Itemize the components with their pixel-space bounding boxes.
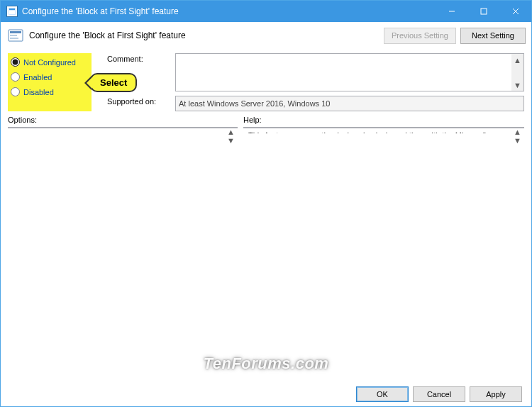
state-radio-group: Not Configured Enabled Disabled Select — [8, 53, 92, 111]
options-content — [9, 128, 225, 133]
comment-input[interactable] — [176, 54, 511, 91]
options-label: Options: — [8, 116, 238, 124]
radio-not-configured-input[interactable] — [11, 57, 20, 67]
radio-label: Enabled — [23, 73, 52, 82]
svg-rect-4 — [481, 9, 487, 14]
svg-rect-8 — [10, 31, 21, 33]
ok-button[interactable]: OK — [356, 386, 409, 402]
help-content: This feature ensures the device checks i… — [244, 128, 511, 133]
window-title: Configure the 'Block at First Sight' fea… — [22, 6, 436, 16]
scroll-down-icon[interactable]: ▼ — [511, 136, 523, 145]
scroll-up-icon[interactable]: ▲ — [511, 128, 523, 136]
cancel-button[interactable]: Cancel — [413, 386, 465, 402]
svg-rect-9 — [10, 35, 17, 36]
header-bar: Configure the 'Block at First Sight' fea… — [1, 22, 531, 49]
comment-box: ▲ ▼ — [175, 53, 524, 91]
close-button[interactable] — [499, 1, 531, 22]
radio-disabled-input[interactable] — [11, 87, 20, 96]
maximize-button[interactable] — [467, 1, 499, 22]
radio-not-configured[interactable]: Not Configured — [11, 57, 89, 67]
radio-enabled-input[interactable] — [11, 72, 20, 82]
lower-panel: Options: ▲ ▼ Help: This feature ensures … — [1, 114, 531, 130]
scrollbar[interactable]: ▲ ▼ — [511, 54, 523, 91]
window-controls — [436, 1, 531, 22]
title-bar: Configure the 'Block at First Sight' fea… — [1, 1, 531, 22]
radio-label: Not Configured — [23, 58, 76, 67]
svg-rect-2 — [9, 11, 15, 14]
scroll-down-icon[interactable]: ▼ — [511, 79, 523, 91]
policy-icon — [6, 28, 25, 43]
header-caption: Configure the 'Block at First Sight' fea… — [29, 30, 379, 40]
svg-rect-1 — [9, 9, 15, 10]
upper-panel: Not Configured Enabled Disabled Select C… — [1, 49, 531, 114]
scroll-up-icon[interactable]: ▲ — [511, 54, 523, 66]
help-panel: This feature ensures the device checks i… — [243, 127, 524, 128]
scroll-down-icon[interactable]: ▼ — [225, 136, 237, 145]
help-label: Help: — [243, 116, 524, 124]
app-icon — [6, 6, 18, 17]
supported-on-value: At least Windows Server 2016, Windows 10 — [175, 96, 524, 111]
previous-setting-button[interactable]: Previous Setting — [384, 28, 456, 44]
annotation-callout: Select — [90, 73, 137, 92]
apply-button[interactable]: Apply — [470, 386, 522, 402]
footer-buttons: OK Cancel Apply — [346, 381, 532, 407]
help-text: This feature ensures the device checks i… — [248, 130, 507, 133]
radio-label: Disabled — [23, 88, 54, 96]
watermark: TenForums.com — [204, 355, 329, 373]
options-panel: ▲ ▼ — [8, 127, 238, 128]
svg-rect-10 — [10, 38, 18, 39]
fields-area: Comment: ▲ ▼ Supported on: At least Wind… — [107, 53, 524, 111]
minimize-button[interactable] — [436, 1, 467, 22]
scroll-up-icon[interactable]: ▲ — [225, 128, 237, 136]
next-setting-button[interactable]: Next Setting — [460, 28, 526, 44]
supported-on-label: Supported on: — [107, 96, 171, 111]
